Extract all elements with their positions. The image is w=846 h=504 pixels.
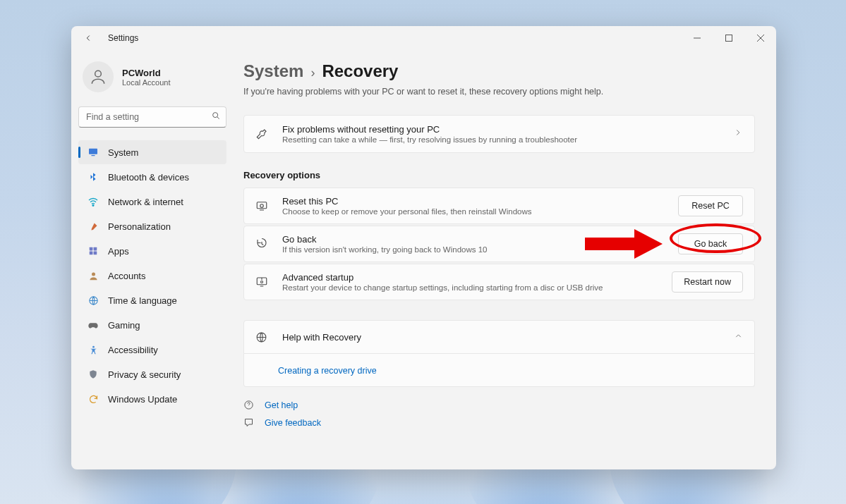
fix-problems-card[interactable]: Fix problems without resetting your PC R…: [243, 115, 755, 153]
shield-icon: [87, 369, 99, 379]
sidebar-nav: System Bluetooth & devices Network & int…: [78, 140, 226, 411]
sidebar-item-accounts[interactable]: Accounts: [78, 264, 226, 288]
sidebar-item-network[interactable]: Network & internet: [78, 190, 226, 214]
go-back-title: Go back: [282, 234, 678, 245]
svg-point-12: [92, 345, 95, 348]
reset-title: Reset this PC: [282, 196, 678, 207]
update-icon: [87, 394, 99, 405]
svg-rect-6: [90, 247, 93, 251]
accessibility-icon: [87, 345, 99, 355]
sidebar-item-accessibility[interactable]: Accessibility: [78, 338, 226, 362]
svg-rect-0: [725, 35, 732, 42]
advanced-startup-icon: [255, 276, 271, 288]
sidebar: PCWorld Local Account System Bluetooth &…: [71, 50, 234, 469]
minimize-icon: [694, 35, 701, 42]
sidebar-item-apps[interactable]: Apps: [78, 239, 226, 263]
help-card: Help with Recovery Creating a recovery d…: [243, 320, 755, 387]
go-back-button[interactable]: Go back: [678, 233, 743, 254]
svg-rect-3: [89, 149, 97, 154]
restart-now-button[interactable]: Restart now: [672, 271, 743, 293]
user-icon: [89, 68, 107, 86]
feedback-icon: [243, 417, 256, 428]
sidebar-item-label: Time & language: [108, 295, 177, 306]
reset-pc-button[interactable]: Reset PC: [678, 195, 743, 216]
go-back-sub: If this version isn't working, try going…: [282, 245, 678, 254]
minimize-button[interactable]: [681, 26, 713, 50]
svg-rect-4: [91, 155, 95, 156]
go-back-row: Go back If this version isn't working, t…: [243, 226, 755, 262]
sidebar-item-label: Bluetooth & devices: [108, 172, 189, 183]
maximize-icon: [725, 35, 732, 42]
avatar: [83, 61, 114, 92]
main-content: System › Recovery If you're having probl…: [234, 50, 776, 469]
svg-point-1: [95, 70, 102, 77]
reset-pc-row: Reset this PC Choose to keep or remove y…: [243, 188, 755, 224]
titlebar: Settings: [71, 26, 776, 50]
settings-window: Settings PCWorld Local Account: [71, 26, 776, 469]
maximize-button[interactable]: [713, 26, 744, 50]
sidebar-item-time-language[interactable]: Time & language: [78, 288, 226, 312]
sidebar-item-system[interactable]: System: [78, 140, 226, 164]
sidebar-item-label: Personalization: [108, 221, 171, 232]
help-icon: [243, 400, 256, 410]
sidebar-item-label: Accounts: [108, 271, 145, 281]
help-header[interactable]: Help with Recovery: [243, 320, 755, 354]
page-title: Recovery: [322, 61, 398, 81]
sidebar-item-bluetooth[interactable]: Bluetooth & devices: [78, 165, 226, 189]
sidebar-item-label: Apps: [108, 246, 129, 257]
svg-point-17: [261, 281, 263, 283]
adv-title: Advanced startup: [282, 272, 672, 283]
bluetooth-icon: [87, 172, 99, 182]
breadcrumb: System › Recovery: [243, 61, 755, 81]
fix-title: Fix problems without resetting your PC: [282, 124, 733, 135]
gaming-icon: [87, 319, 99, 331]
feedback-row: Give feedback: [243, 417, 755, 428]
fix-sub: Resetting can take a while — first, try …: [282, 135, 733, 144]
globe-icon: [255, 331, 271, 343]
sidebar-item-privacy[interactable]: Privacy & security: [78, 362, 226, 386]
window-title: Settings: [108, 33, 138, 43]
recovery-drive-link[interactable]: Creating a recovery drive: [278, 366, 377, 376]
get-help-link[interactable]: Get help: [265, 400, 298, 410]
sidebar-item-label: Gaming: [108, 320, 140, 331]
profile-sub: Local Account: [122, 78, 171, 87]
paintbrush-icon: [87, 221, 99, 232]
search-input[interactable]: [78, 106, 226, 128]
adv-sub: Restart your device to change startup se…: [282, 283, 672, 292]
reset-sub: Choose to keep or remove your personal f…: [282, 207, 678, 216]
svg-rect-8: [90, 252, 93, 255]
breadcrumb-parent[interactable]: System: [243, 61, 303, 81]
accounts-icon: [87, 271, 99, 281]
arrow-left-icon: [83, 33, 93, 43]
svg-point-5: [92, 204, 94, 206]
sidebar-item-windows-update[interactable]: Windows Update: [78, 387, 226, 411]
profile-name: PCWorld: [122, 68, 171, 78]
intro-text: If you're having problems with your PC o…: [243, 87, 755, 97]
window-controls: [681, 26, 776, 50]
recovery-options-group: Reset this PC Choose to keep or remove y…: [243, 188, 755, 300]
history-icon: [255, 238, 271, 250]
sidebar-item-label: System: [108, 147, 138, 158]
chevron-right-icon: [733, 128, 743, 140]
give-feedback-link[interactable]: Give feedback: [265, 418, 321, 428]
chevron-up-icon: [734, 331, 743, 343]
sidebar-item-gaming[interactable]: Gaming: [78, 313, 226, 337]
svg-rect-7: [94, 247, 97, 251]
close-button[interactable]: [744, 26, 776, 50]
system-icon: [87, 147, 99, 158]
help-body: Creating a recovery drive: [243, 354, 755, 387]
apps-icon: [87, 246, 99, 256]
reset-icon: [255, 199, 271, 212]
back-button[interactable]: [81, 31, 95, 45]
sidebar-item-label: Windows Update: [108, 394, 177, 405]
sidebar-item-personalization[interactable]: Personalization: [78, 214, 226, 238]
footer-links: Get help Give feedback: [243, 400, 755, 428]
svg-rect-9: [94, 252, 97, 255]
sidebar-item-label: Accessibility: [108, 345, 158, 355]
svg-point-10: [92, 272, 95, 276]
profile-block[interactable]: PCWorld Local Account: [78, 57, 226, 104]
close-icon: [757, 35, 764, 42]
wrench-icon: [255, 128, 271, 140]
get-help-row: Get help: [243, 400, 755, 410]
sidebar-item-label: Privacy & security: [108, 369, 181, 380]
